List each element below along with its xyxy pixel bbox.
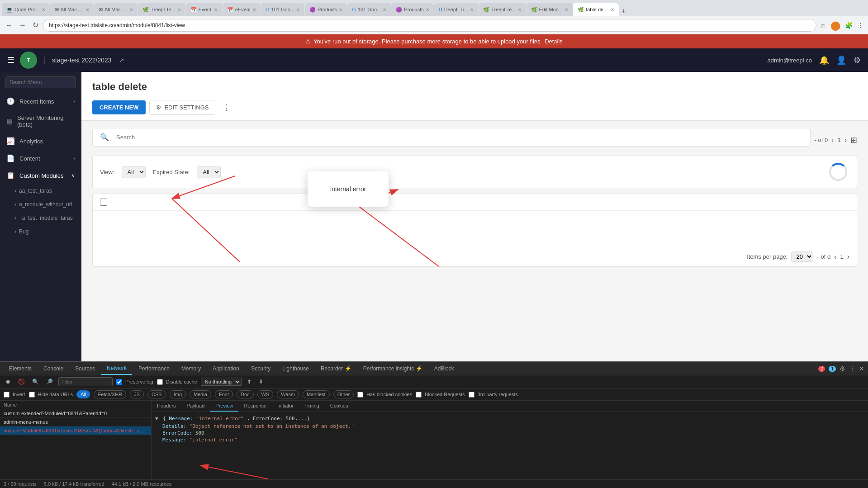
filter-css[interactable]: CSS xyxy=(147,390,166,398)
tab-close[interactable]: ✕ xyxy=(42,7,45,12)
pagination-next-btn-bottom[interactable]: › xyxy=(847,253,849,261)
third-party-checkbox[interactable] xyxy=(469,392,474,398)
devtools-tab-elements[interactable]: Elements xyxy=(4,363,37,374)
filter-doc[interactable]: Doc xyxy=(237,390,254,398)
select-all-checkbox[interactable] xyxy=(100,199,107,206)
tab-close[interactable]: ✕ xyxy=(339,7,342,12)
devtools-tab-performance[interactable]: Performance xyxy=(133,363,175,374)
tab-101-google-1[interactable]: G 101 Goo... ✕ xyxy=(261,3,304,16)
devtools-record-button[interactable]: ⏺ xyxy=(4,378,13,386)
alert-details-link[interactable]: Details xyxy=(545,38,563,45)
invert-checkbox[interactable] xyxy=(4,392,9,398)
devtools-export-btn[interactable]: ⬇ xyxy=(257,378,265,386)
hide-data-urls-checkbox[interactable] xyxy=(29,392,35,398)
filter-wasm[interactable]: Wasm xyxy=(277,390,299,398)
tab-close[interactable]: ✕ xyxy=(252,7,256,12)
tab-close[interactable]: ✕ xyxy=(426,7,429,12)
tab-close[interactable]: ✕ xyxy=(177,7,181,12)
pagination-prev-button[interactable]: ‹ xyxy=(831,136,834,144)
expand-icon[interactable]: ▼ xyxy=(155,416,158,422)
filter-manifest[interactable]: Manifest xyxy=(303,390,330,398)
filter-js[interactable]: JS xyxy=(130,390,144,398)
tab-eevent[interactable]: 📅 eEvent ✕ xyxy=(223,3,261,16)
address-bar[interactable] xyxy=(43,19,816,32)
settings-icon[interactable]: ⚙ xyxy=(854,55,861,65)
pagination-next-button[interactable]: › xyxy=(844,136,847,144)
devtools-tab-initiator[interactable]: Initiator xyxy=(272,401,299,412)
devtools-tab-timing[interactable]: Timing xyxy=(299,401,325,412)
tab-edit-mod[interactable]: 🌿 Edit Mod... ✕ xyxy=(526,3,573,16)
devtools-settings-icon[interactable]: ⚙ xyxy=(840,365,845,372)
sidebar-sub-item-a-module-without-url[interactable]: › a_module_without_url xyxy=(0,198,81,211)
devtools-list-item-1[interactable]: custom-extended?ModuleId=8841&ParentId=0 xyxy=(0,409,151,418)
blocked-requests-checkbox[interactable] xyxy=(416,392,422,398)
sidebar-item-recent-items[interactable]: 🕐 Recent Items › xyxy=(0,93,81,110)
tab-deepl[interactable]: D DeepL Tr... ✕ xyxy=(434,3,478,16)
expired-state-select[interactable]: All xyxy=(197,166,221,178)
create-new-button[interactable]: CREATE NEW xyxy=(92,100,146,114)
filter-all[interactable]: All xyxy=(76,390,90,398)
devtools-tab-payload[interactable]: Payload xyxy=(181,401,210,412)
sidebar-sub-item-bug[interactable]: › Bug xyxy=(0,225,81,238)
pagination-prev-btn-bottom[interactable]: ‹ xyxy=(834,253,836,261)
per-page-select[interactable]: 20 xyxy=(791,251,813,262)
disable-cache-checkbox[interactable] xyxy=(157,379,163,385)
filter-other[interactable]: Other xyxy=(333,390,354,398)
devtools-dots-icon[interactable]: ⋮ xyxy=(849,365,855,372)
search-input[interactable] xyxy=(116,134,803,141)
new-tab-button[interactable]: + xyxy=(621,7,626,16)
menu-icon[interactable]: ⋮ xyxy=(856,21,864,30)
tab-close[interactable]: ✕ xyxy=(611,7,614,12)
filter-font[interactable]: Font xyxy=(215,390,233,398)
sidebar-sub-item-aa-test-taras[interactable]: › aa_test_taras xyxy=(0,184,81,198)
sidebar-item-content[interactable]: 📄 Content › xyxy=(0,150,81,167)
hamburger-menu[interactable]: ☰ xyxy=(7,55,14,65)
devtools-tab-sources[interactable]: Sources xyxy=(70,363,100,374)
tab-treepl-2[interactable]: 🌿 Treepl Te... ✕ xyxy=(479,3,526,16)
view-select[interactable]: All xyxy=(122,166,146,178)
devtools-list-item-3[interactable]: custom?Module/b=8841&Tace=20&Sid=0&Query… xyxy=(0,426,151,435)
tab-table-delete[interactable]: 🌿 table del... ✕ xyxy=(573,3,619,16)
reload-button[interactable]: ↻ xyxy=(31,20,40,30)
devtools-tab-security[interactable]: Security xyxy=(246,363,276,374)
sidebar-item-analytics[interactable]: 📈 Analytics xyxy=(0,133,81,150)
tab-101-google-2[interactable]: G 101 Goo... ✕ xyxy=(347,3,391,16)
devtools-tab-response[interactable]: Response xyxy=(238,401,272,412)
tab-code-pro[interactable]: 💻 Code Pro... ✕ xyxy=(2,3,50,16)
more-options-button[interactable]: ⋮ xyxy=(219,101,234,114)
profile-icon[interactable]: ⬤ xyxy=(830,19,841,32)
tab-products-2[interactable]: 🟣 Products ✕ xyxy=(391,3,433,16)
devtools-tab-adblock[interactable]: AdBlock xyxy=(429,363,460,374)
has-blocked-cookies-checkbox[interactable] xyxy=(357,392,363,398)
tab-products-1[interactable]: 🟣 Products ✕ xyxy=(305,3,347,16)
sidebar-item-custom-modules[interactable]: 📋 Custom Modules ∨ xyxy=(0,167,81,184)
devtools-search-button[interactable]: 🔎 xyxy=(44,378,55,386)
tab-all-mail-1[interactable]: ✉ All Mail -... ✕ xyxy=(50,3,94,16)
edit-settings-button[interactable]: ⚙ EDIT SETTINGS xyxy=(149,100,215,115)
devtools-filter-input[interactable] xyxy=(58,377,113,386)
tab-all-mail-2[interactable]: ✉ All Mail -... ✕ xyxy=(94,3,138,16)
external-link-icon[interactable]: ↗ xyxy=(119,57,124,64)
search-menu-input[interactable] xyxy=(5,76,76,88)
throttling-select[interactable]: No throttling xyxy=(201,378,242,386)
tab-close[interactable]: ✕ xyxy=(518,7,522,12)
tab-event[interactable]: 📅 Event ✕ xyxy=(186,3,222,16)
grid-view-icon[interactable]: ⊞ xyxy=(850,135,857,145)
tab-treepl-1[interactable]: 🌿 Treepl Te... ✕ xyxy=(138,3,185,16)
devtools-tab-performance-insights[interactable]: Performance insights ⚡ xyxy=(358,363,428,374)
devtools-tab-console[interactable]: Console xyxy=(38,363,69,374)
tab-close[interactable]: ✕ xyxy=(383,7,386,12)
filter-fetch-xhr[interactable]: Fetch/XHR xyxy=(94,390,126,398)
account-icon[interactable]: 👤 xyxy=(836,55,846,65)
devtools-close-icon[interactable]: ✕ xyxy=(859,365,864,372)
devtools-filter-toggle[interactable]: 🔍 xyxy=(30,378,41,386)
tab-close[interactable]: ✕ xyxy=(564,7,568,12)
sidebar-item-server-monitoring[interactable]: ▤ Server Monitoring (beta) xyxy=(0,110,81,133)
devtools-tab-lighthouse[interactable]: Lighthouse xyxy=(277,363,314,374)
devtools-tab-headers[interactable]: Headers xyxy=(152,401,181,412)
devtools-import-btn[interactable]: ⬆ xyxy=(245,378,253,386)
filter-img[interactable]: Img xyxy=(170,390,186,398)
devtools-tab-memory[interactable]: Memory xyxy=(176,363,206,374)
bookmark-icon[interactable]: ☆ xyxy=(819,21,827,30)
devtools-tab-cookies[interactable]: Cookies xyxy=(325,401,354,412)
